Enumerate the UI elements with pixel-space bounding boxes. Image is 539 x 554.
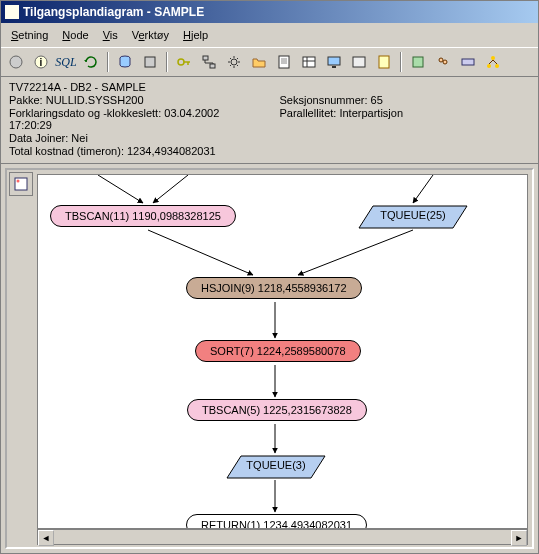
horizontal-scrollbar[interactable]: ◄ ► [37, 529, 528, 545]
svg-point-19 [487, 64, 491, 68]
svg-rect-4 [145, 57, 155, 67]
doc-icon[interactable] [273, 51, 295, 73]
folder-icon[interactable] [248, 51, 270, 73]
svg-line-25 [413, 175, 433, 203]
window-title: Tilgangsplandiagram - SAMPLE [23, 5, 204, 19]
titlebar: Tilgangsplandiagram - SAMPLE [1, 1, 538, 23]
svg-rect-10 [303, 57, 315, 67]
sysmenu-icon[interactable] [5, 51, 27, 73]
info-package: Pakke: NULLID.SYSSH200 [9, 94, 260, 106]
svg-point-15 [439, 58, 443, 62]
svg-point-5 [178, 59, 184, 65]
svg-rect-6 [203, 56, 208, 60]
info-app: TV72214A - DB2 - SAMPLE [9, 81, 530, 93]
tree-icon[interactable] [482, 51, 504, 73]
node-return1[interactable]: RETURN(1) 1234,4934082031 [186, 514, 367, 529]
info-parallel: Parallellitet: Interpartisjon [280, 107, 531, 131]
svg-rect-9 [279, 56, 289, 68]
users-icon[interactable] [432, 51, 454, 73]
info-datajoin: Data Joiner: Nei [9, 132, 530, 144]
network-icon[interactable] [198, 51, 220, 73]
node-tbscan11[interactable]: TBSCAN(11) 1190,0988328125 [50, 205, 236, 227]
db-icon[interactable] [114, 51, 136, 73]
svg-point-16 [443, 60, 447, 64]
info-section: Seksjonsnummer: 65 [280, 94, 531, 106]
toolbar-separator [107, 52, 109, 72]
menu-vis[interactable]: Vis [97, 28, 124, 42]
node-tqueue3[interactable]: TQUEUE(3) [226, 455, 326, 479]
menu-hjelp[interactable]: Hjelp [177, 28, 214, 42]
table-icon[interactable] [298, 51, 320, 73]
svg-line-23 [98, 175, 143, 203]
server-icon[interactable] [139, 51, 161, 73]
query-icon[interactable] [457, 51, 479, 73]
refresh-icon[interactable] [80, 51, 102, 73]
app-icon [5, 5, 19, 19]
info-icon[interactable]: i [30, 51, 52, 73]
sql-button[interactable]: SQL [55, 51, 77, 73]
app-window: Tilgangsplandiagram - SAMPLE Setning Nod… [0, 0, 539, 554]
monitor-icon[interactable] [323, 51, 345, 73]
overview-icon[interactable] [9, 172, 33, 196]
menu-node[interactable]: Node [56, 28, 94, 42]
svg-text:i: i [40, 57, 43, 68]
diagram-pane: TBSCAN(11) 1190,0988328125 TQUEUE(25) HS… [5, 168, 534, 549]
svg-line-24 [153, 175, 188, 203]
svg-point-18 [491, 56, 495, 60]
node-sort7[interactable]: SORT(7) 1224,2589580078 [195, 340, 361, 362]
svg-rect-13 [379, 56, 389, 68]
menu-setning[interactable]: Setning [5, 28, 54, 42]
svg-rect-21 [15, 178, 27, 190]
gear-icon[interactable] [223, 51, 245, 73]
canvas-toolbar [9, 172, 33, 196]
svg-point-8 [231, 59, 237, 65]
svg-line-27 [298, 230, 413, 275]
more-icon[interactable] [348, 51, 370, 73]
svg-rect-14 [413, 57, 423, 67]
script-icon[interactable] [373, 51, 395, 73]
node-tqueue25[interactable]: TQUEUE(25) [358, 205, 468, 229]
svg-point-0 [10, 56, 22, 68]
node-hsjoin9[interactable]: HSJOIN(9) 1218,4558936172 [186, 277, 362, 299]
node-tbscan5[interactable]: TBSCAN(5) 1225,2315673828 [187, 399, 367, 421]
scroll-left-button[interactable]: ◄ [38, 530, 54, 546]
menu-verktoy[interactable]: Verktøy [126, 28, 175, 42]
svg-rect-12 [353, 57, 365, 67]
diagram-canvas[interactable]: TBSCAN(11) 1190,0988328125 TQUEUE(25) HS… [37, 174, 528, 529]
svg-rect-7 [210, 64, 215, 68]
menubar: Setning Node Vis Verktøy Hjelp [1, 23, 538, 47]
svg-line-26 [148, 230, 253, 275]
info-panel: TV72214A - DB2 - SAMPLE Pakke: NULLID.SY… [1, 77, 538, 164]
toolbar-separator-3 [400, 52, 402, 72]
key-icon[interactable] [173, 51, 195, 73]
scroll-right-button[interactable]: ► [511, 530, 527, 546]
config-icon[interactable] [407, 51, 429, 73]
svg-rect-17 [462, 59, 474, 65]
toolbar-separator-2 [166, 52, 168, 72]
svg-point-20 [495, 64, 499, 68]
svg-rect-11 [328, 57, 340, 65]
info-totalcost: Total kostnad (timeron): 1234,4934082031 [9, 145, 530, 157]
info-datetime: Forklaringsdato og -klokkeslett: 03.04.2… [9, 107, 260, 131]
toolbar: i SQL [1, 47, 538, 77]
svg-point-22 [17, 180, 20, 183]
